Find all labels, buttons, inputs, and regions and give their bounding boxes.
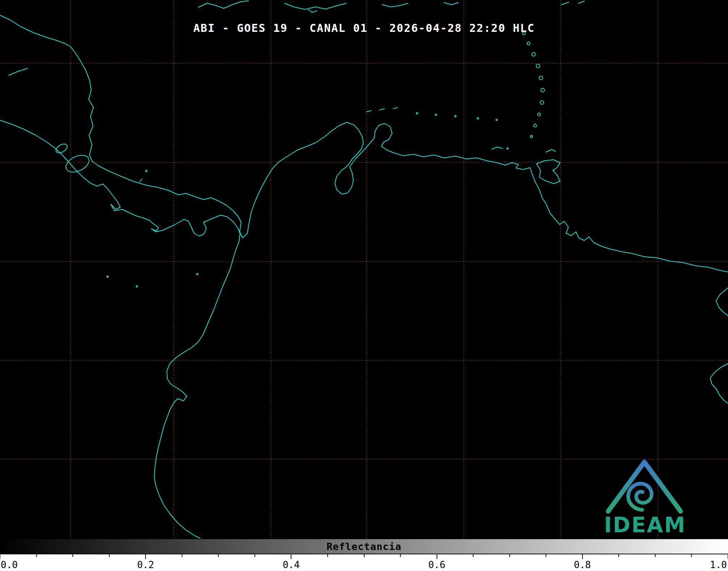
satellite-figure: ABI - GOES 19 - CANAL 01 - 2026-04-28 22…: [0, 0, 728, 571]
colorbar-minor-tick: [254, 554, 255, 557]
colorbar-tick-labels: 0.00.20.40.60.81.0: [0, 559, 728, 571]
colorbar-tick-label: 0.8: [574, 559, 591, 570]
colorbar-tick-label: 0.6: [428, 559, 445, 570]
map-area: ABI - GOES 19 - CANAL 01 - 2026-04-28 22…: [0, 0, 728, 538]
coastline-fragment: [198, 1, 248, 8]
colorbar-ticks: [0, 554, 728, 559]
coastline-pacific: [0, 120, 240, 538]
colorbar-strip: Reflectancia 0.00.20.40.60.81.0: [0, 538, 728, 571]
colorbar-major-tick: [0, 554, 0, 559]
coastline-fragment: [716, 288, 728, 316]
coastline-fragment: [308, 10, 317, 12]
island: [136, 286, 138, 287]
abc-islands: [366, 108, 497, 121]
coastline-fragment: [578, 1, 584, 3]
island: [507, 148, 508, 149]
coastline-fragment: [444, 3, 458, 5]
cyclone-spiral-icon: [628, 484, 651, 510]
island-providencia: [146, 170, 147, 172]
lake-managua: [54, 142, 68, 155]
colorbar-minor-tick: [36, 554, 37, 557]
island: [107, 276, 108, 277]
colorbar-major-tick: [145, 554, 146, 559]
colorbar-tick-label: 1.0: [710, 559, 727, 570]
lesser-antilles-islands: [522, 32, 544, 138]
island-trinidad: [536, 160, 560, 184]
colorbar-minor-tick: [327, 554, 328, 557]
colorbar-minor-tick: [655, 554, 656, 557]
colorbar-tick-label: 0.4: [283, 559, 300, 570]
colorbar-minor-tick: [546, 554, 546, 557]
colorbar-minor-tick: [509, 554, 510, 557]
colorbar-minor-tick: [364, 554, 365, 557]
colorbar-major-tick: [291, 554, 291, 559]
coastline-fragment: [382, 3, 408, 7]
island-san-andres: [140, 179, 142, 182]
coastline-fragment: [9, 68, 28, 75]
reflectance-colorbar: Reflectancia: [0, 538, 728, 554]
colorbar-major-tick: [582, 554, 583, 559]
island-margarita: [492, 147, 502, 149]
island: [197, 273, 198, 275]
colorbar-major-tick: [437, 554, 437, 559]
coastline-caribbean: [0, 15, 728, 272]
colorbar-minor-tick: [218, 554, 219, 557]
colorbar-minor-tick: [109, 554, 110, 557]
colorbar-tick-label: 0.2: [137, 559, 154, 570]
coastline-fragment: [561, 2, 569, 5]
coastline-fragment: [710, 364, 728, 403]
colorbar-minor-tick: [182, 554, 182, 557]
ideam-logo-icon: [602, 449, 689, 516]
colorbar-minor-tick: [618, 554, 619, 557]
ideam-logo: IDEAM: [598, 449, 692, 538]
island-tobago: [546, 150, 555, 152]
map-title: ABI - GOES 19 - CANAL 01 - 2026-04-28 22…: [0, 22, 728, 34]
colorbar-label: Reflectancia: [327, 541, 401, 552]
colorbar-minor-tick: [72, 554, 73, 557]
colorbar-minor-tick: [400, 554, 401, 557]
colorbar-tick-label: 0.0: [1, 559, 18, 570]
colorbar-minor-tick: [473, 554, 474, 557]
ideam-logo-text: IDEAM: [604, 515, 686, 536]
colorbar-minor-tick: [691, 554, 692, 557]
coastline-fragment: [285, 3, 346, 9]
